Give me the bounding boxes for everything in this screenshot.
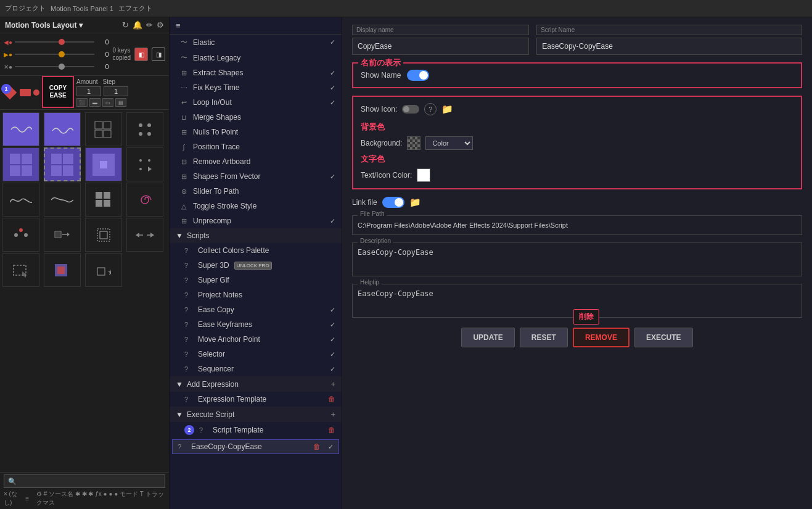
align-justify[interactable]: ▤ bbox=[115, 98, 126, 107]
script-template-delete[interactable]: 🗑 bbox=[328, 426, 335, 434]
project-notes-q: ? bbox=[184, 291, 193, 299]
slider-track-3[interactable] bbox=[15, 66, 94, 67]
menu-header-icon[interactable]: ≡ bbox=[176, 21, 181, 30]
tool-cell-1[interactable] bbox=[2, 112, 39, 146]
grid-icon-1 bbox=[94, 121, 113, 138]
dropdown-arrow[interactable]: ▾ bbox=[79, 21, 83, 30]
menu-item-position-trace[interactable]: ∫ Position Trace bbox=[170, 139, 342, 154]
menu-item-toggle-stroke-style[interactable]: △ Toggle Stroke Style bbox=[170, 199, 342, 213]
tool-cell-11[interactable] bbox=[44, 218, 81, 252]
question-circle[interactable]: ? bbox=[424, 103, 437, 115]
menu-item-shapes-from-vector[interactable]: ⊞ Shapes From Vector ✓ bbox=[170, 169, 342, 184]
menu-item-slider-to-path[interactable]: ⊛ Slider To Path bbox=[170, 184, 342, 199]
update-button[interactable]: UPDATE bbox=[461, 328, 514, 347]
bg-color-dropdown[interactable]: Color Gradient None bbox=[425, 136, 473, 150]
bottom-buttons: 削除 UPDATE RESET REMOVE EXECUTE bbox=[352, 328, 802, 347]
bg-checker-swatch[interactable] bbox=[407, 136, 420, 150]
amount-input[interactable] bbox=[76, 86, 101, 96]
file-path-input[interactable] bbox=[353, 216, 802, 234]
link-file-folder-icon[interactable]: 📁 bbox=[409, 197, 421, 208]
step-label: Step bbox=[102, 78, 115, 85]
execute-script-plus[interactable]: + bbox=[330, 410, 335, 419]
script-item-ease-keyframes[interactable]: ? Ease Keyframes ✓ bbox=[170, 317, 342, 332]
folder-icon[interactable]: 📁 bbox=[441, 104, 453, 115]
menu-item-remove-artboard[interactable]: ⊟ Remove Artboard bbox=[170, 154, 342, 169]
script-item-super-gif[interactable]: ? Super Gif bbox=[170, 273, 342, 288]
menu-item-loop-in-out[interactable]: ↩ Loop In/Out ✓ bbox=[170, 95, 342, 110]
tool-cell-10[interactable] bbox=[2, 218, 39, 252]
align-center[interactable]: ▬ bbox=[89, 98, 100, 107]
tool-cell-2[interactable] bbox=[44, 112, 81, 146]
remove-button[interactable]: REMOVE bbox=[573, 328, 630, 347]
menu-item-elastic-legacy[interactable]: 〜 Elastic Legacy bbox=[170, 50, 342, 65]
show-icon-toggle[interactable] bbox=[402, 105, 419, 114]
tool-cell-12[interactable] bbox=[85, 218, 122, 252]
menu-item-elastic[interactable]: 〜 Elastic ✓ bbox=[170, 35, 342, 50]
execute-script-header[interactable]: ▼ Execute Script + bbox=[170, 407, 342, 422]
tool-cell-16[interactable]: ★ bbox=[85, 253, 122, 287]
file-path-label: File Path bbox=[358, 210, 387, 217]
tool-cell-13[interactable] bbox=[126, 218, 163, 252]
expression-template-delete[interactable]: 🗑 bbox=[328, 395, 335, 403]
link-file-toggle[interactable] bbox=[382, 197, 404, 208]
step-input[interactable] bbox=[104, 86, 128, 96]
tool-cell-3[interactable] bbox=[85, 112, 122, 146]
script-template-item[interactable]: 2 ? Script Template 🗑 bbox=[170, 422, 342, 438]
align-left[interactable]: ⬛ bbox=[76, 98, 88, 107]
menu-item-fix-keys-time[interactable]: ⋯ Fix Keys Time ✓ bbox=[170, 80, 342, 95]
gear-icon[interactable]: ⚙ bbox=[157, 20, 164, 30]
tool-cell-8[interactable] bbox=[85, 183, 122, 217]
slider-track-2[interactable] bbox=[15, 54, 94, 55]
display-name-input[interactable] bbox=[352, 38, 529, 55]
icon-box-1[interactable]: ◧ bbox=[134, 48, 148, 61]
execute-button[interactable]: EXECUTE bbox=[634, 328, 693, 347]
script-name-input[interactable] bbox=[536, 38, 802, 55]
copy-ease-box[interactable]: COPY EASE bbox=[42, 76, 74, 108]
menu-item-extract-shapes[interactable]: ⊞ Extract Shapes ✓ bbox=[170, 65, 342, 80]
search-input[interactable] bbox=[4, 474, 165, 488]
align-right[interactable]: ▭ bbox=[102, 98, 113, 107]
copy-ease-section: 1 COPY EASE Amount Step ⬛ ▬ bbox=[0, 76, 169, 110]
tool-cell-5[interactable] bbox=[126, 147, 163, 181]
easecopy-delete[interactable]: 🗑 bbox=[313, 442, 321, 451]
ease-keyframes-check: ✓ bbox=[330, 321, 335, 329]
reset-button[interactable]: RESET bbox=[520, 328, 568, 347]
bell-icon[interactable]: 🔔 bbox=[133, 20, 142, 30]
script-item-move-anchor[interactable]: ? Move Anchor Point ✓ bbox=[170, 332, 342, 347]
scripts-section-header[interactable]: ▼ Scripts bbox=[170, 228, 342, 243]
refresh-icon[interactable]: ↻ bbox=[122, 20, 129, 30]
menu-item-unprecomp[interactable]: ⊞ Unprecomp ✓ bbox=[170, 213, 342, 228]
tool-cell-15[interactable] bbox=[44, 253, 81, 287]
fix-keys-time-check: ✓ bbox=[330, 84, 335, 92]
add-expression-plus[interactable]: + bbox=[330, 379, 335, 389]
expression-template-item[interactable]: ? Expression Template 🗑 bbox=[170, 392, 342, 407]
script-item-ease-copy[interactable]: ? Ease Copy ✓ bbox=[170, 302, 342, 317]
description-input[interactable]: EaseCopy-CopyEase bbox=[353, 243, 802, 274]
easecopy-copyease-item[interactable]: ? EaseCopy-CopyEase 🗑 ✓ bbox=[172, 439, 339, 454]
script-item-selector[interactable]: ? Selector ✓ bbox=[170, 347, 342, 362]
tool-cell-purple-2[interactable] bbox=[44, 147, 81, 181]
script-item-sequencer[interactable]: ? Sequencer ✓ bbox=[170, 362, 342, 376]
svg-rect-3 bbox=[104, 130, 111, 138]
tool-cell-14[interactable] bbox=[2, 253, 39, 287]
slider-track-1[interactable] bbox=[15, 41, 94, 43]
tool-cell-4[interactable] bbox=[126, 112, 163, 146]
menu-item-merge-shapes[interactable]: ⊔ Merge Shapes bbox=[170, 110, 342, 125]
pencil-icon[interactable]: ✏ bbox=[146, 20, 153, 30]
add-expression-header[interactable]: ▼ Add Expression + bbox=[170, 376, 342, 392]
svg-point-5 bbox=[147, 123, 151, 127]
icon-box-2[interactable]: ◨ bbox=[152, 48, 165, 61]
tool-cell-9[interactable] bbox=[126, 183, 163, 217]
tool-cell-6[interactable] bbox=[2, 183, 39, 217]
show-name-toggle[interactable] bbox=[407, 70, 429, 81]
script-item-collect-colors[interactable]: ? Collect Colors Palette bbox=[170, 243, 342, 258]
tool-cell-purple-1[interactable] bbox=[2, 147, 39, 181]
panel-label: Motion Tools Panel 1 bbox=[51, 5, 113, 12]
menu-item-nulls-to-point[interactable]: ⊞ Nulls To Point bbox=[170, 125, 342, 139]
main-layout: Motion Tools Layout ▾ ↻ 🔔 ✏ ⚙ ◀● bbox=[0, 17, 812, 509]
tool-cell-7[interactable] bbox=[44, 183, 81, 217]
tool-cell-purple-3[interactable] bbox=[85, 147, 122, 181]
script-item-super-3d[interactable]: ? Super 3D UNLOCK PRO bbox=[170, 258, 342, 273]
text-color-swatch[interactable] bbox=[417, 168, 430, 182]
script-item-project-notes[interactable]: ? Project Notes bbox=[170, 288, 342, 302]
